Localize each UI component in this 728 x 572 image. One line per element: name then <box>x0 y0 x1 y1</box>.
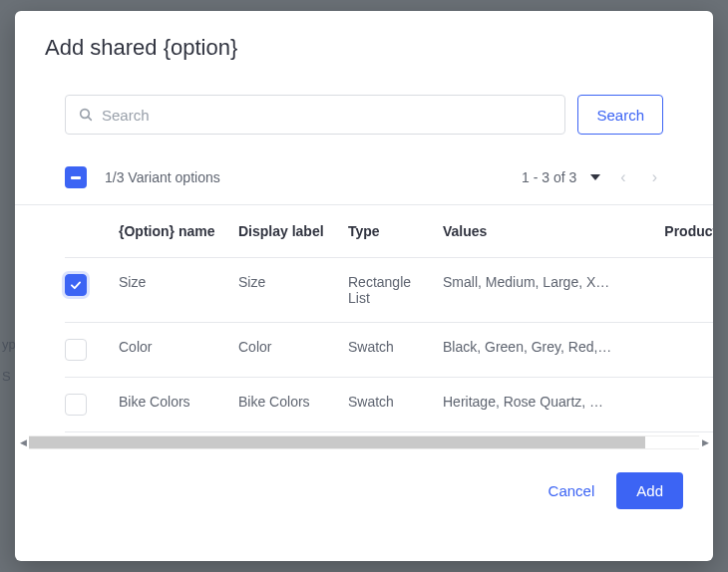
table-row[interactable]: Bike ColorsBike ColorsSwatchHeritage, Ro… <box>65 378 713 432</box>
col-values: Values <box>433 205 622 258</box>
col-type: Type <box>338 205 433 258</box>
cell-products: 1 <box>622 378 713 432</box>
scrollbar-track[interactable] <box>29 435 699 449</box>
cell-values: Heritage, Rose Quartz, Obsi... <box>433 378 622 432</box>
cell-products: 1 <box>622 258 713 323</box>
search-button[interactable]: Search <box>577 95 663 135</box>
svg-line-1 <box>88 117 91 120</box>
scroll-left-icon[interactable]: ◀ <box>17 437 29 447</box>
scrollbar-thumb[interactable] <box>29 436 645 448</box>
col-display-label: Display label <box>228 205 338 258</box>
selection-meta-row: 1/3 Variant options 1 - 3 of 3 ‹ › <box>15 135 713 204</box>
cell-display-label: Size <box>228 258 338 323</box>
cell-products: 0 <box>622 323 713 378</box>
scroll-right-icon[interactable]: ▶ <box>699 437 711 447</box>
pagination-prev-icon: ‹ <box>614 164 631 190</box>
table-row[interactable]: SizeSizeRectangle ListSmall, Medium, Lar… <box>65 258 713 323</box>
options-table-wrap: {Option} name Display label Type Values … <box>15 204 713 432</box>
cell-display-label: Bike Colors <box>228 378 338 432</box>
page-size-dropdown-icon[interactable] <box>590 174 600 180</box>
search-input[interactable] <box>94 107 552 124</box>
cell-option-name: Bike Colors <box>109 378 228 432</box>
options-table: {Option} name Display label Type Values … <box>65 205 713 432</box>
add-shared-option-modal: Add shared {option} Search 1/3 Variant o… <box>15 11 713 561</box>
row-checkbox[interactable] <box>65 339 87 361</box>
table-row[interactable]: ColorColorSwatchBlack, Green, Grey, Red,… <box>65 323 713 378</box>
pagination: 1 - 3 of 3 ‹ › <box>522 164 663 190</box>
table-header-row: {Option} name Display label Type Values … <box>65 205 713 258</box>
selection-count: 1/3 Variant options <box>105 169 220 185</box>
select-all-checkbox-indeterminate[interactable] <box>65 166 87 188</box>
row-checkbox[interactable] <box>65 274 87 296</box>
cell-type: Rectangle List <box>338 258 433 323</box>
horizontal-scrollbar[interactable]: ◀ ▶ <box>17 434 711 450</box>
search-row: Search <box>15 73 713 135</box>
pagination-next-icon: › <box>646 164 663 190</box>
search-input-wrap[interactable] <box>65 95 565 135</box>
cancel-button[interactable]: Cancel <box>548 482 595 499</box>
modal-backdrop: ype S Add shared {option} Search 1/3 Var… <box>0 0 728 572</box>
col-products: Products <box>622 205 713 258</box>
col-option-name: {Option} name <box>109 205 228 258</box>
modal-title: Add shared {option} <box>15 11 713 73</box>
cell-display-label: Color <box>228 323 338 378</box>
pagination-range: 1 - 3 of 3 <box>522 169 576 185</box>
cell-type: Swatch <box>338 323 433 378</box>
search-icon <box>78 107 94 123</box>
cell-values: Small, Medium, Large, X-Lar... <box>433 258 622 323</box>
cell-type: Swatch <box>338 378 433 432</box>
add-button[interactable]: Add <box>616 472 683 509</box>
cell-option-name: Color <box>109 323 228 378</box>
row-checkbox[interactable] <box>65 394 87 416</box>
cell-option-name: Size <box>109 258 228 323</box>
cell-values: Black, Green, Grey, Red, Blu... <box>433 323 622 378</box>
modal-footer: Cancel Add <box>15 450 713 527</box>
